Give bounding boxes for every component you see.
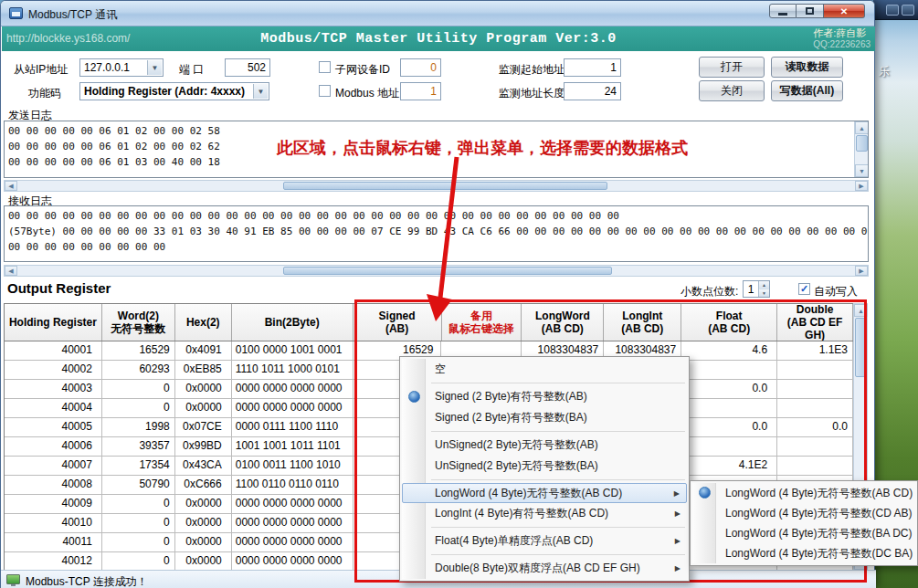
combo-dropdown-icon[interactable]: ▼ bbox=[253, 84, 268, 99]
radio-selected-icon bbox=[699, 487, 711, 499]
submenu-arrow-icon: ▶ bbox=[675, 509, 681, 518]
subnet-id-input[interactable] bbox=[400, 58, 441, 77]
background-maximize-icon[interactable] bbox=[902, 5, 914, 16]
scroll-thumb[interactable] bbox=[856, 135, 868, 152]
table-cell: 0x43CA bbox=[175, 457, 232, 476]
table-cell: 0x99BD bbox=[175, 437, 232, 457]
table-cell: 0000 0111 1100 1110 bbox=[232, 418, 353, 437]
spinner-arrows[interactable]: ▲▼ bbox=[758, 281, 769, 297]
menu-item-label: LongWord (4 Byte)无符号整数(BA DC) bbox=[725, 526, 913, 541]
menu-item[interactable]: LongWord (4 Byte)无符号整数(AB CD) bbox=[692, 483, 915, 503]
menu-item[interactable]: 空 bbox=[402, 359, 687, 380]
spin-up-icon[interactable]: ▲ bbox=[759, 281, 769, 289]
maximize-button[interactable] bbox=[797, 4, 824, 18]
titlebar[interactable]: Modbus/TCP 通讯 ✕ bbox=[1, 1, 874, 26]
menu-item-label: Signed (2 Byte)有符号整数(AB) bbox=[435, 389, 587, 404]
slave-ip-value: 127.0.0.1 bbox=[84, 61, 130, 74]
table-cell: 0xC666 bbox=[175, 476, 232, 495]
menu-item[interactable]: Float(4 Byte)单精度浮点(AB CD)▶ bbox=[402, 530, 687, 551]
table-cell: 0x0000 bbox=[175, 495, 232, 514]
table-cell: 0 bbox=[102, 399, 175, 418]
qq-label: QQ:22236263 bbox=[813, 39, 871, 50]
menu-separator bbox=[431, 554, 685, 555]
menu-item[interactable]: Signed (2 Byte)有符号整数(AB) bbox=[402, 386, 687, 407]
modbus-addr-input[interactable] bbox=[400, 82, 441, 100]
column-header: Bin(2Byte) bbox=[232, 304, 353, 341]
decimal-places-spinner[interactable]: 1 ▲▼ bbox=[743, 280, 770, 298]
table-cell: 0x0000 bbox=[175, 380, 232, 399]
submenu-arrow-icon: ▶ bbox=[675, 537, 681, 545]
scroll-left-icon[interactable]: ◀ bbox=[5, 181, 17, 191]
read-data-button[interactable]: 读取数据 bbox=[771, 57, 843, 78]
table-cell: 0 bbox=[102, 514, 175, 533]
combo-dropdown-icon[interactable]: ▼ bbox=[147, 60, 162, 75]
table-cell: 0000 0000 0000 0000 bbox=[232, 552, 353, 572]
window-controls: ✕ bbox=[769, 4, 865, 18]
scroll-right-icon[interactable]: ▶ bbox=[855, 266, 868, 276]
menu-item[interactable]: Double(8 Byte)双精度浮点(AB CD EF GH)▶ bbox=[402, 558, 687, 579]
table-cell: 16529 bbox=[102, 341, 175, 361]
scroll-left-icon[interactable]: ◀ bbox=[5, 266, 17, 276]
author-block: 作者:薛自影 QQ:22236263 bbox=[813, 27, 871, 50]
table-cell: 0x0000 bbox=[175, 399, 232, 418]
menu-item[interactable]: LongWord (4 Byte)无符号整数(CD AB) bbox=[692, 503, 915, 523]
table-cell: 0x07CE bbox=[175, 418, 232, 437]
open-button[interactable]: 打开 bbox=[699, 57, 765, 78]
table-cell: 40011 bbox=[5, 533, 102, 552]
table-cell: 0 bbox=[102, 552, 175, 572]
scroll-right-icon[interactable]: ▶ bbox=[855, 181, 868, 191]
author-label: 作者:薛自影 bbox=[813, 27, 871, 39]
close-button[interactable]: ✕ bbox=[824, 4, 865, 18]
send-log-vscrollbar[interactable]: ▲ ▼ bbox=[854, 121, 868, 177]
program-title: Modbus/TCP Master Utility Program Ver:3.… bbox=[2, 31, 875, 47]
close-icon: ✕ bbox=[840, 6, 848, 16]
submenu-arrow-icon: ▶ bbox=[674, 489, 680, 498]
table-cell: 40008 bbox=[5, 476, 102, 495]
column-header: Word(2)无符号整数 bbox=[102, 304, 175, 341]
table-cell: 40007 bbox=[5, 457, 102, 476]
table-cell: 40001 bbox=[5, 341, 102, 361]
autowrite-checkbox[interactable]: ✓ bbox=[798, 283, 810, 295]
table-cell: 1998 bbox=[102, 418, 175, 437]
menu-item[interactable]: LongInt (4 Byte)有符号整数(AB CD)▶ bbox=[402, 503, 687, 524]
monitor-start-input[interactable] bbox=[564, 58, 621, 77]
menu-item[interactable]: Signed (2 Byte)有符号整数(BA) bbox=[402, 407, 687, 428]
menu-item-label: LongInt (4 Byte)有符号整数(AB CD) bbox=[435, 506, 608, 521]
menu-item-label: UnSigned(2 Byte)无符号整数(AB) bbox=[435, 437, 598, 453]
table-cell: 17354 bbox=[102, 457, 175, 476]
menu-item-label: LongWord (4 Byte)无符号整数(AB CD) bbox=[435, 486, 622, 501]
port-input[interactable] bbox=[225, 58, 270, 77]
menu-separator bbox=[431, 383, 685, 383]
menu-item[interactable]: LongWord (4 Byte)无符号整数(AB CD)▶ bbox=[402, 483, 687, 503]
background-minimize-icon[interactable] bbox=[886, 5, 899, 16]
header-bar: http://blockke.ys168.com/ Modbus/TCP Mas… bbox=[2, 26, 875, 51]
status-text: Modbus-TCP 连接成功！ bbox=[26, 574, 148, 588]
decimal-places-label: 小数点位数: bbox=[681, 284, 738, 299]
scroll-down-icon[interactable]: ▼ bbox=[855, 164, 869, 177]
monitor-length-label: 监测地址长度 bbox=[499, 86, 565, 101]
menu-item[interactable]: UnSigned(2 Byte)无符号整数(BA) bbox=[402, 456, 687, 477]
minimize-button[interactable] bbox=[769, 4, 797, 18]
table-cell: 1110 1011 1000 0101 bbox=[232, 361, 353, 380]
menu-item[interactable]: LongWord (4 Byte)无符号整数(BA DC) bbox=[692, 523, 915, 543]
table-cell: 0x0000 bbox=[175, 552, 232, 572]
annotation-text: 此区域，点击鼠标右键，弹出菜单，选择需要的数据格式 bbox=[277, 137, 688, 159]
slave-ip-combobox[interactable]: 127.0.0.1 ▼ bbox=[79, 58, 164, 77]
scroll-up-icon[interactable]: ▲ bbox=[855, 121, 869, 134]
column-header: Holding Register bbox=[5, 304, 102, 341]
subnet-id-checkbox[interactable] bbox=[319, 61, 331, 73]
minimize-icon bbox=[778, 13, 787, 16]
write-data-button[interactable]: 写数据(All) bbox=[771, 80, 843, 101]
background-window-titlebar bbox=[873, 0, 918, 20]
menu-item[interactable]: LongWord (4 Byte)无符号整数(DC BA) bbox=[692, 543, 915, 563]
table-cell: 0100 0011 1100 1010 bbox=[232, 457, 353, 476]
table-cell: 0x4091 bbox=[175, 341, 232, 361]
modbus-addr-checkbox[interactable] bbox=[319, 85, 331, 97]
monitor-length-input[interactable] bbox=[564, 82, 621, 100]
subnet-id-label: 子网设备ID bbox=[335, 62, 390, 78]
function-code-combobox[interactable]: Holding Register (Addr: 4xxxx) ▼ bbox=[79, 82, 269, 100]
close-conn-button[interactable]: 关闭 bbox=[699, 80, 765, 101]
spin-down-icon[interactable]: ▼ bbox=[759, 289, 769, 298]
menu-item[interactable]: UnSigned(2 Byte)无符号整数(AB) bbox=[402, 435, 687, 456]
app-icon bbox=[9, 7, 23, 19]
